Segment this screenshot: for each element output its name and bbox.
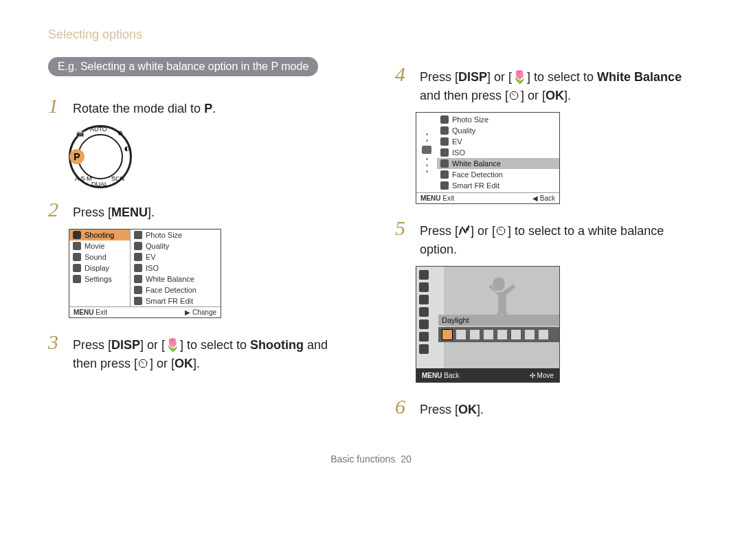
wb-option-icon bbox=[511, 330, 521, 339]
iso-icon bbox=[134, 264, 142, 272]
step-number: 1 bbox=[48, 94, 66, 117]
mode-dial-figure: P AUTO⚙◐ SCNDUALA·S·M 📷 bbox=[69, 125, 132, 188]
side-icon bbox=[419, 270, 429, 280]
step-text: Press [DISP] or [🌷] to select to White B… bbox=[420, 68, 694, 105]
side-icon bbox=[419, 307, 429, 317]
menu-panel-step4: Photo Size Quality EV ISO White Balance … bbox=[416, 112, 560, 204]
step-2: 2 Press [MENU]. bbox=[48, 198, 347, 222]
display-icon bbox=[73, 264, 81, 272]
wb-icon bbox=[440, 159, 449, 168]
wb-icon bbox=[134, 275, 142, 283]
quality-icon bbox=[134, 242, 142, 250]
step-text: Press [MENU]. bbox=[73, 203, 347, 222]
step-number: 6 bbox=[395, 395, 413, 418]
wb-option-icon bbox=[539, 330, 548, 339]
wb-option-icon bbox=[470, 330, 480, 339]
camera-icon bbox=[422, 146, 431, 154]
step-6: 6 Press [OK]. bbox=[395, 395, 694, 419]
step-number: 5 bbox=[395, 216, 413, 240]
iso-icon bbox=[440, 148, 449, 157]
step-text: Press [DISP] or [🌷] to select to Shootin… bbox=[73, 336, 347, 373]
step-text: Press [OK]. bbox=[420, 401, 694, 419]
side-icon bbox=[419, 295, 429, 304]
face-icon bbox=[134, 286, 142, 294]
face-icon bbox=[440, 170, 449, 179]
page-footer: Basic functions 20 bbox=[48, 453, 694, 464]
step-5: 5 Press [🗲] or [⏲] to select to a white … bbox=[395, 216, 694, 259]
step-text: Rotate the mode dial to P. bbox=[73, 100, 347, 118]
settings-icon bbox=[73, 275, 81, 283]
movie-icon bbox=[73, 242, 81, 250]
camera-icon bbox=[73, 231, 81, 239]
photo-size-icon bbox=[134, 231, 142, 239]
mode-dial-p-indicator: P bbox=[69, 149, 85, 164]
step-number: 3 bbox=[48, 331, 66, 354]
wb-option-strip bbox=[438, 327, 559, 342]
step-number: 4 bbox=[395, 63, 413, 86]
step-3: 3 Press [DISP] or [🌷] to select to Shoot… bbox=[48, 331, 347, 373]
step-1: 1 Rotate the mode dial to P. bbox=[48, 94, 347, 118]
wb-option-icon bbox=[497, 330, 507, 339]
wb-option-icon bbox=[525, 330, 535, 339]
wb-option-icon bbox=[456, 330, 466, 339]
step-text: Press [🗲] or [⏲] to select to a white ba… bbox=[420, 222, 694, 259]
quality-icon bbox=[440, 126, 449, 135]
menu-panel-step2: Shooting Movie Sound Display Settings Ph… bbox=[69, 229, 221, 318]
example-tag: E.g. Selecting a white balance option in… bbox=[48, 57, 318, 76]
smartfr-icon bbox=[440, 181, 449, 190]
wb-option-icon bbox=[484, 330, 493, 339]
side-icon bbox=[419, 282, 429, 292]
smartfr-icon bbox=[134, 297, 142, 305]
side-icon bbox=[419, 320, 429, 329]
wb-panel-step5: Daylight MENU Back ✣ Move bbox=[416, 266, 560, 383]
sound-icon bbox=[73, 253, 81, 261]
ev-icon bbox=[440, 137, 449, 146]
photo-size-icon bbox=[440, 115, 449, 124]
step-4: 4 Press [DISP] or [🌷] to select to White… bbox=[395, 63, 694, 105]
side-icon bbox=[419, 332, 429, 341]
ev-icon bbox=[134, 253, 142, 261]
breadcrumb: Selecting options bbox=[48, 27, 694, 42]
side-icon bbox=[419, 344, 429, 354]
step-number: 2 bbox=[48, 198, 66, 221]
wb-option-icon bbox=[442, 330, 452, 339]
wb-selected-label: Daylight bbox=[438, 315, 559, 326]
